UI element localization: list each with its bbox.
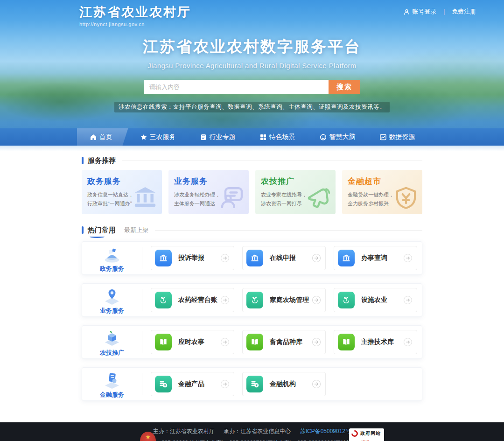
book-icon [200, 134, 207, 140]
sprout-icon [342, 295, 351, 305]
row-divider [142, 331, 142, 353]
service-item-seasonal-farming[interactable]: 应时农事 [151, 330, 234, 354]
open-book-icon [342, 337, 351, 347]
section-title-recommend: 服务推荐 [88, 156, 116, 165]
sprout-icon [250, 295, 259, 305]
section-accent-bar [82, 157, 84, 164]
service-item-financial-institutions[interactable]: ¥ 金融机构 [242, 372, 326, 396]
footer-phones: 电话：025-86263414(厅办公室) 025-86263709(网站内容)… [0, 439, 504, 441]
arrow-icon [404, 296, 412, 304]
search-input[interactable] [144, 80, 329, 94]
search-bar: 搜索 [144, 80, 360, 94]
card-finance-supermarket[interactable]: 金融超市 金融贷款一键办理， 全力服务乡村振兴 [342, 170, 422, 214]
nav-label: 行业专题 [210, 133, 236, 141]
service-row-government: 政务服务 投诉举报 在线申报 办事 [82, 241, 422, 275]
section-divider-line [122, 161, 422, 161]
hot-service-rows: 政务服务 投诉举报 在线申报 办事 [82, 241, 422, 401]
search-button[interactable]: 搜索 [329, 80, 360, 94]
service-item-livestock-breeds[interactable]: 畜禽品种库 [242, 330, 326, 354]
category-government[interactable]: 政务服务 [82, 244, 142, 273]
chat-icon [219, 184, 245, 210]
nav-item-data[interactable]: 数据资源 [368, 128, 427, 146]
service-item-online-declare[interactable]: 在线申报 [242, 246, 326, 270]
nav-item-home[interactable]: 首页 [77, 128, 128, 146]
nav-label: 数据资源 [389, 133, 415, 141]
shield-yuan-icon [393, 185, 419, 210]
tab-hot-common[interactable]: 热门常用 [88, 226, 116, 235]
service-label: 畜禽品种库 [270, 338, 312, 346]
hero-fade [0, 146, 504, 151]
coins-icon: ¥ [159, 379, 168, 389]
service-label: 金融产品 [178, 380, 221, 388]
service-item-affairs-query[interactable]: 办事查询 [334, 246, 417, 270]
service-item-facility-agriculture[interactable]: 设施农业 [334, 288, 417, 312]
active-tab-underline [90, 237, 105, 238]
category-finance[interactable]: 金融服务 [82, 370, 142, 399]
service-item-pesticide-ledger[interactable]: 农药经营台账 [151, 288, 234, 312]
gov-badge-icon [350, 429, 359, 438]
bank-icon [159, 253, 168, 263]
svg-text:¥: ¥ [256, 384, 258, 387]
row-divider [142, 289, 142, 311]
arrow-icon [404, 338, 412, 346]
category-agritech[interactable]: 农技推广 [82, 328, 142, 357]
nav-item-industry[interactable]: 行业专题 [188, 128, 248, 146]
row-divider [142, 373, 142, 395]
site-url: http://nynct.jiangsu.gov.cn [79, 21, 191, 27]
section-recommend-header: 服务推荐 [82, 156, 422, 165]
bank-icon [132, 184, 158, 210]
arrow-icon [312, 254, 321, 262]
nav-item-brain[interactable]: 智慧大脑 [308, 128, 368, 146]
service-row-finance: 金融服务 ¥ 金融产品 ¥ 金融机构 [82, 367, 422, 401]
topbar: 江苏省农业农村厅 http://nynct.jiangsu.gov.cn 账号登… [0, 0, 504, 26]
arrow-icon [312, 338, 321, 346]
nav-item-sannong[interactable]: 三农服务 [128, 128, 188, 146]
footer-organizer: 承办：江苏省农业信息中心 [224, 428, 291, 434]
service-label: 主推技术库 [361, 338, 404, 346]
site-logo[interactable]: 江苏省农业农村厅 http://nynct.jiangsu.gov.cn [79, 4, 191, 27]
gov-website-badge[interactable]: 政府网站 找错 [349, 428, 384, 441]
main-nav: 首页 三农服务 行业专题 特色场景 智慧大脑 数据资源 [0, 128, 504, 146]
sprout-icon [159, 295, 168, 305]
auth-divider: ｜ [441, 7, 447, 16]
page: 江苏省农业农村厅 http://nynct.jiangsu.gov.cn 账号登… [0, 0, 504, 441]
recommend-cards: 政务服务 政务信息一站直达， 行政审批“一网通办” 业务服务 涉农业务轻松办理，… [82, 170, 422, 214]
login-link[interactable]: 账号登录 [412, 7, 436, 16]
section-divider-line [155, 230, 422, 231]
card-agritech-promotion[interactable]: 农技推广 农业专家在线指导， 涉农资讯一网打尽 [255, 170, 336, 214]
footer-host: 主办：江苏省农业农村厅 [153, 428, 215, 434]
card-business-services[interactable]: 业务服务 涉农业务轻松办理， 主体服务一网通达 [168, 170, 249, 214]
service-item-family-farm[interactable]: 家庭农场管理 [242, 288, 326, 312]
platform-subtitle: Jiangsu Province Agricultural and Rural … [0, 62, 504, 70]
footer-icp-link[interactable]: 苏ICP备05009012号 [300, 428, 351, 434]
arrow-icon [221, 254, 229, 262]
hero-banner: 江苏省农业农村厅 http://nynct.jiangsu.gov.cn 账号登… [0, 0, 504, 146]
service-item-main-tech-library[interactable]: 主推技术库 [334, 330, 417, 354]
category-business[interactable]: 业务服务 [82, 286, 142, 315]
section-accent-bar [82, 226, 84, 234]
grid-icon [260, 134, 266, 140]
arrow-icon [221, 380, 229, 388]
nav-item-scenes[interactable]: 特色场景 [248, 128, 308, 146]
category-3d-agritech-icon [100, 328, 124, 348]
service-item-financial-products[interactable]: ¥ 金融产品 [151, 372, 234, 396]
hero-center: 江苏省农业农村数字服务平台 Jiangsu Province Agricultu… [0, 36, 504, 112]
card-government-services[interactable]: 政务服务 政务信息一站直达， 行政审批“一网通办” [82, 170, 162, 214]
nav-label: 三农服务 [150, 133, 176, 141]
open-book-icon [159, 337, 168, 347]
site-name: 江苏省农业农村厅 [79, 4, 191, 21]
open-book-icon [250, 337, 259, 347]
service-label: 办事查询 [361, 254, 404, 262]
register-link[interactable]: 免费注册 [452, 7, 476, 16]
main-content: 服务推荐 政务服务 政务信息一站直达， 行政审批“一网通办” 业务服务 涉农业务… [82, 151, 422, 401]
home-icon [90, 134, 97, 140]
tab-latest[interactable]: 最新上架 [124, 226, 148, 234]
category-3d-business-icon [100, 286, 124, 306]
service-row-agritech: 农技推广 应时农事 畜禽品种库 主 [82, 325, 422, 359]
service-label: 家庭农场管理 [270, 296, 312, 304]
arrow-icon [312, 380, 321, 388]
service-item-complaint[interactable]: 投诉举报 [151, 246, 234, 270]
service-label: 金融机构 [270, 380, 312, 388]
arrow-icon [221, 338, 229, 346]
service-label: 在线申报 [270, 254, 312, 262]
